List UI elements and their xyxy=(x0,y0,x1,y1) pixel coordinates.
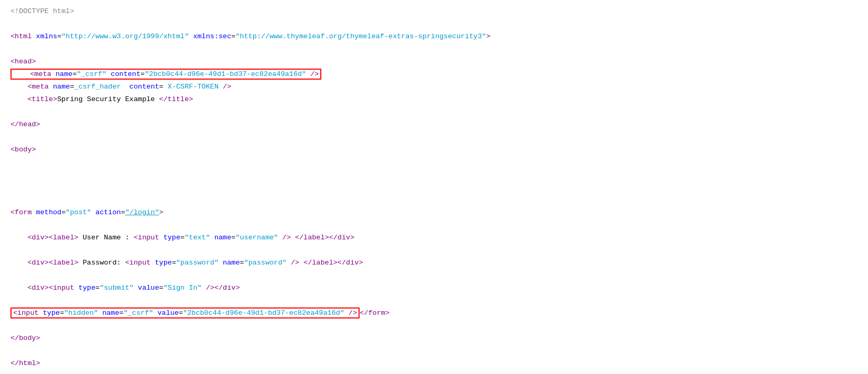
code-line: <head> xyxy=(10,56,858,68)
code-line: </head> xyxy=(10,118,858,131)
code-line: <meta name=_csrf_hader content= X-CSRF-T… xyxy=(10,81,858,93)
code-line xyxy=(10,169,858,181)
code-line xyxy=(10,181,858,194)
code-line xyxy=(10,18,858,30)
code-line xyxy=(10,320,858,332)
code-line xyxy=(10,345,858,357)
code-line xyxy=(10,269,858,282)
code-line: <html xmlns="http://www.w3.org/1999/xhtm… xyxy=(10,30,858,43)
code-line: <div><label> Password: <input type="pass… xyxy=(10,257,858,269)
code-viewer: <!DOCTYPE html> <html xmlns="http://www.… xyxy=(10,5,858,370)
code-line xyxy=(10,219,858,232)
code-line: <title>Spring Security Example </title> xyxy=(10,93,858,106)
code-line: <body> xyxy=(10,144,858,156)
code-line: <!DOCTYPE html> xyxy=(10,5,858,18)
code-line xyxy=(10,106,858,118)
code-line xyxy=(10,131,858,144)
code-line xyxy=(10,244,858,257)
code-line: <meta name="_csrf" content="2bcb0c44-d96… xyxy=(10,68,858,81)
code-line xyxy=(10,294,858,307)
code-line: </html> xyxy=(10,357,858,370)
code-line: <div><label> User Name : <input type="te… xyxy=(10,232,858,244)
code-line: <input type="hidden" name="_csrf" value=… xyxy=(10,307,858,320)
code-line: <div><input type="submit" value="Sign In… xyxy=(10,282,858,294)
code-line: </body> xyxy=(10,332,858,345)
code-line xyxy=(10,156,858,169)
code-line xyxy=(10,43,858,56)
code-line: <form method="post" action="/login"> xyxy=(10,206,858,219)
code-line xyxy=(10,194,858,206)
